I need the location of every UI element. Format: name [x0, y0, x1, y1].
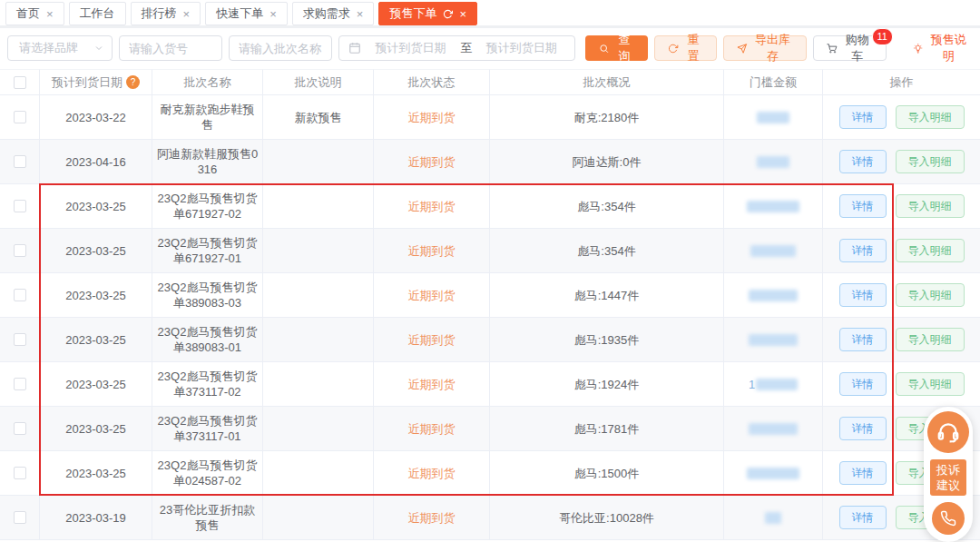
row-checkbox[interactable] [14, 333, 26, 346]
refresh-icon[interactable] [443, 9, 453, 19]
masked-amount [756, 379, 798, 390]
import-detail-button[interactable]: 导入明细 [896, 194, 965, 218]
header-actions: 操作 [823, 69, 980, 95]
help-icon[interactable]: ? [126, 75, 140, 89]
tab-workbench[interactable]: 工作台 [69, 2, 126, 25]
cell-batch-status: 近期到货 [374, 95, 490, 140]
header-threshold-amount: 门槛金额 [724, 69, 823, 95]
close-icon[interactable]: × [459, 8, 466, 20]
presale-note-button[interactable]: 预售说明 [909, 35, 973, 61]
cell-date: 2023-04-16 [40, 140, 152, 184]
import-detail-button[interactable]: 导入明细 [896, 283, 965, 307]
row-checkbox[interactable] [14, 155, 26, 168]
row-checkbox[interactable] [14, 244, 26, 257]
select-all-checkbox[interactable] [14, 76, 26, 89]
cell-batch-desc [263, 318, 374, 362]
row-checkbox[interactable] [14, 467, 26, 479]
cell-batch-desc [263, 451, 374, 496]
row-checkbox[interactable] [14, 422, 26, 435]
import-detail-button[interactable]: 导入明细 [896, 150, 965, 173]
tab-label: 首页 [16, 5, 40, 22]
close-icon[interactable]: × [183, 8, 191, 20]
date-range-picker[interactable]: 预计到货日期 至 预计到货日期 [338, 35, 575, 61]
table-row: 2023-03-2523Q2彪马预售切货单373117-02近期到货彪马:192… [0, 362, 980, 407]
cell-threshold-amount [724, 184, 823, 229]
cell-batch-status: 近期到货 [374, 229, 490, 273]
import-detail-button[interactable]: 导入明细 [896, 372, 965, 396]
sku-input[interactable] [119, 35, 222, 61]
tab-home[interactable]: 首页 × [5, 2, 64, 25]
table-row: 2023-03-2523Q2彪马预售切货单671927-02近期到货彪马:354… [0, 184, 980, 229]
close-icon[interactable]: × [270, 8, 277, 20]
detail-button[interactable]: 详情 [839, 506, 887, 529]
cart-badge: 11 [872, 28, 893, 45]
cell-batch-desc [263, 140, 374, 184]
table-row: 2023-03-2523Q2彪马预售切货单671927-01近期到货彪马:354… [0, 229, 980, 273]
detail-button[interactable]: 详情 [839, 461, 887, 485]
tab-purchase-request[interactable]: 求购需求 × [292, 2, 375, 25]
complaint-suggestion-button[interactable]: 投诉建议 [930, 459, 966, 496]
header-batch-summary: 批次概况 [490, 69, 724, 95]
tab-presale-order[interactable]: 预售下单 × [378, 2, 477, 25]
cell-batch-summary: 彪马:1924件 [490, 362, 724, 407]
refresh-icon [668, 43, 678, 54]
phone-button[interactable] [932, 502, 965, 535]
cell-threshold-amount [724, 140, 823, 184]
cell-batch-status: 近期到货 [374, 318, 490, 362]
detail-button[interactable]: 详情 [839, 328, 887, 351]
tab-bar: 首页 × 工作台 排行榜 × 快速下单 × 求购需求 × 预售下单 × [0, 0, 980, 25]
cell-actions: 详情导入明细 [823, 184, 980, 229]
cell-batch-summary: 彪马:1935件 [490, 318, 724, 362]
cell-date: 2023-03-25 [40, 407, 152, 451]
cell-batch-name: 23Q2彪马预售切货单373117-01 [152, 407, 263, 451]
cell-batch-desc [263, 362, 374, 407]
cell-actions: 详情导入明细 [823, 318, 980, 362]
detail-button[interactable]: 详情 [839, 283, 887, 307]
search-button[interactable]: 查询 [585, 35, 648, 61]
row-checkbox[interactable] [14, 200, 26, 212]
import-detail-button[interactable]: 导入明细 [896, 328, 965, 351]
masked-amount [757, 112, 789, 123]
customer-service-button[interactable] [927, 411, 969, 453]
cell-batch-status: 近期到货 [374, 407, 490, 451]
export-inventory-button[interactable]: 导出库存 [723, 35, 807, 61]
brand-select[interactable]: 请选择品牌 [7, 35, 113, 61]
tab-label: 工作台 [80, 5, 115, 22]
cell-batch-name: 23Q2彪马预售切货单373117-02 [152, 362, 263, 407]
table-row: 2023-03-2523Q2彪马预售切货单024587-02近期到货彪马:150… [0, 451, 980, 496]
reset-button[interactable]: 重置 [654, 35, 717, 61]
presale-batch-table: 预计到货日期 ? 批次名称 批次说明 批次状态 批次概况 门槛金额 操作 202… [0, 69, 980, 540]
cell-batch-status: 近期到货 [374, 184, 490, 229]
import-detail-button[interactable]: 导入明细 [896, 239, 965, 262]
cell-threshold-amount [724, 451, 823, 496]
cell-threshold-amount [724, 407, 823, 451]
cell-batch-status: 近期到货 [374, 496, 490, 540]
tab-ranking[interactable]: 排行榜 × [131, 2, 201, 25]
cell-actions: 详情导入明细 [823, 273, 980, 318]
cell-batch-name: 23Q2彪马预售切货单671927-02 [152, 184, 263, 229]
row-checkbox[interactable] [14, 378, 26, 390]
tab-label: 快速下单 [216, 5, 263, 22]
detail-button[interactable]: 详情 [839, 239, 887, 262]
tab-label: 求购需求 [303, 5, 350, 22]
batch-name-input[interactable] [229, 35, 332, 61]
cell-batch-desc [263, 184, 374, 229]
cell-batch-name: 耐克新款跑步鞋预售 [152, 95, 263, 140]
row-checkbox[interactable] [14, 511, 26, 524]
row-checkbox[interactable] [14, 289, 26, 301]
detail-button[interactable]: 详情 [839, 194, 887, 218]
detail-button[interactable]: 详情 [839, 417, 887, 440]
detail-button[interactable]: 详情 [839, 150, 887, 173]
detail-button[interactable]: 详情 [839, 105, 887, 129]
row-checkbox[interactable] [14, 111, 26, 123]
detail-button[interactable]: 详情 [839, 372, 887, 396]
cell-batch-status: 近期到货 [374, 451, 490, 496]
masked-amount [750, 245, 796, 257]
tab-quick-order[interactable]: 快速下单 × [205, 2, 288, 25]
close-icon[interactable]: × [46, 8, 54, 20]
import-detail-button[interactable]: 导入明细 [896, 105, 965, 129]
cart-button[interactable]: 购物车 11 [813, 35, 887, 61]
cell-date: 2023-03-25 [40, 451, 152, 496]
cell-batch-name: 23Q2彪马预售切货单389083-03 [152, 273, 263, 318]
close-icon[interactable]: × [357, 8, 364, 20]
